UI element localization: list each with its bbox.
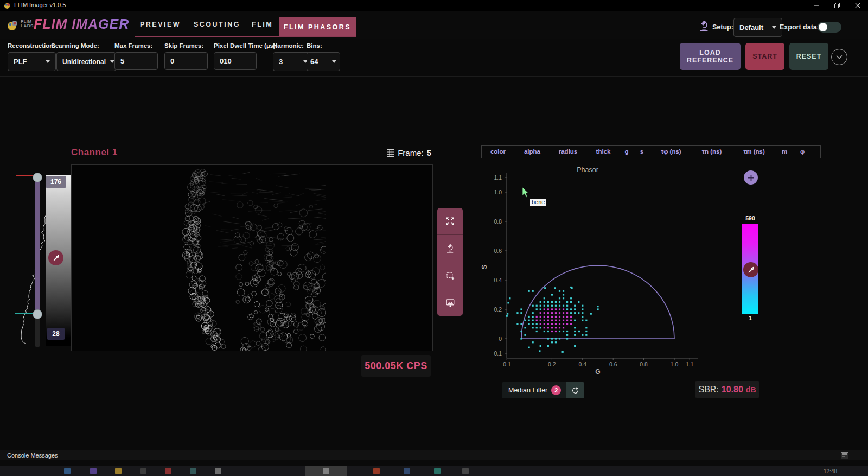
app-header: FLIM LABS FLIM IMAGER PREVIEW SCOUTING F… [0,11,868,39]
tab-flim-phasors[interactable]: FLIM PHASORS [279,17,356,37]
col-tau-m[interactable]: τm (ns) [743,148,765,155]
close-button[interactable] [848,0,867,11]
taskbar-icon[interactable] [64,468,71,474]
taskbar-icon[interactable] [165,468,171,474]
header-divider [0,76,868,77]
toggle-knob [819,23,827,31]
taskbar-icon[interactable] [140,468,146,474]
taskbar-clock: 12:48 [824,468,837,474]
minimize-button[interactable] [807,0,826,11]
caret-down-icon [110,60,114,63]
maximize-button[interactable] [828,0,846,11]
taskbar-active-app[interactable] [305,466,347,476]
console-messages-label: Console Messages [7,452,58,459]
arrows-out-icon [445,216,455,226]
taskbar-icon[interactable] [434,468,441,474]
level-slider-lower-handle[interactable] [33,309,42,319]
eyedropper-button[interactable] [48,250,63,265]
median-filter-reset-button[interactable] [566,382,584,398]
select-region-button[interactable] [437,262,463,289]
export-image-button[interactable] [437,289,463,316]
window-title: FLIM Imager v1.0.5 [14,2,66,8]
level-max-chip: 176 [46,176,66,188]
taskbar-icon[interactable] [215,468,221,474]
os-taskbar[interactable]: 12:48 [0,466,868,476]
svg-text:1.0: 1.0 [671,361,679,367]
microscopy-image-viewport[interactable] [71,164,433,351]
tab-flim[interactable]: FLIM [252,21,273,28]
svg-text:1.1: 1.1 [686,361,694,367]
tab-underline [135,36,356,37]
pixel-dwell-input[interactable] [214,52,257,70]
scanning-mode-select[interactable]: Unidirectional [56,52,116,71]
col-m[interactable]: m [782,148,787,155]
taskbar-icon[interactable] [404,468,410,474]
tab-scouting[interactable]: SCOUTING [194,21,240,28]
col-radius[interactable]: radius [559,148,578,155]
taskbar-icon[interactable] [90,468,97,474]
expand-controls-button[interactable] [831,49,847,65]
svg-text:-0.1: -0.1 [492,350,502,357]
svg-text:-0.1: -0.1 [501,361,511,367]
image-toolbar [437,208,463,316]
col-s[interactable]: s [640,148,643,155]
setup-label: Setup: [712,23,733,31]
app-title: FLIM IMAGER [34,16,129,32]
svg-text:S: S [481,265,488,269]
caret-down-icon [46,60,50,63]
tab-preview[interactable]: PREVIEW [140,21,181,28]
svg-text:0.8: 0.8 [494,218,502,225]
svg-text:0.4: 0.4 [578,361,586,367]
load-reference-button[interactable]: LOAD REFERENCE [680,43,741,70]
app-icon [4,2,11,9]
svg-text:0.2: 0.2 [548,361,556,367]
maximize-icon [834,3,840,8]
taskbar-icon[interactable] [115,468,122,474]
svg-text:1.0: 1.0 [494,189,502,195]
console-messages-bar[interactable]: Console Messages [0,450,868,460]
level-slider-track[interactable] [35,173,40,347]
level-slider-upper-handle[interactable] [33,173,42,182]
col-g[interactable]: g [624,148,628,155]
add-cluster-button[interactable] [744,170,758,185]
taskbar-icon[interactable] [190,468,196,474]
col-alpha[interactable]: alpha [524,148,540,155]
taskbar-icon[interactable] [462,468,469,474]
svg-text:0.6: 0.6 [609,361,617,367]
microscopy-image [72,165,432,351]
col-color[interactable]: color [490,148,506,155]
reset-button[interactable]: RESET [789,43,828,70]
fit-view-button[interactable] [437,208,463,235]
bins-select[interactable]: 64 [307,52,340,71]
start-button[interactable]: START [745,43,784,70]
console-icon[interactable] [841,452,848,459]
grid-icon [387,149,394,157]
cps-counter: 500.05K CPS [361,355,431,377]
taskbar-icon[interactable] [373,468,380,474]
plus-icon [748,174,755,181]
median-filter-badge: 2 [551,385,561,395]
colorbar-max-label: 590 [742,215,758,221]
phasor-plot[interactable]: -0.10.20.40.60.81.01.1-0.100.20.40.60.81… [477,163,727,380]
caret-down-icon [772,26,776,29]
median-filter-button[interactable]: Median Filter 2 [502,382,566,398]
svg-text:1.1: 1.1 [494,174,502,181]
calibration-button[interactable] [437,235,463,262]
setup-select[interactable]: Default [733,18,782,37]
colorbar-eyedropper-button[interactable] [743,262,758,277]
phasor-tooltip: bene [530,199,546,206]
max-frames-input[interactable] [114,52,158,70]
col-thick[interactable]: thick [596,148,611,155]
flim-labs-logo-icon [7,18,20,31]
col-phi[interactable]: φ [800,148,805,155]
reconstruction-select[interactable]: PLF [8,52,56,71]
export-data-toggle[interactable] [818,22,841,33]
colorbar-min-label: 1 [742,315,758,321]
frame-value: 5 [427,148,431,157]
skip-frames-input[interactable] [164,52,208,70]
svg-text:0.8: 0.8 [640,361,648,367]
channel-title: Channel 1 [71,147,118,158]
col-tau-phi[interactable]: τφ (ns) [661,148,681,155]
col-tau-n[interactable]: τn (ns) [702,148,722,155]
caret-down-icon [332,60,336,63]
